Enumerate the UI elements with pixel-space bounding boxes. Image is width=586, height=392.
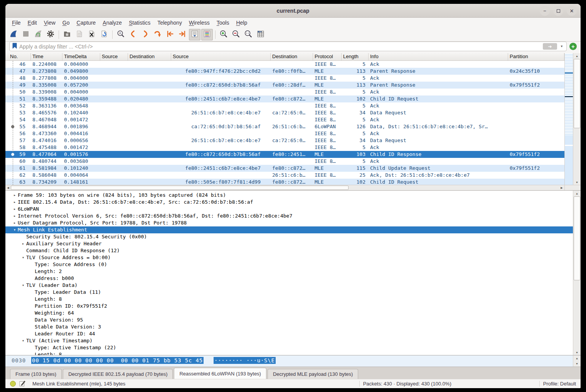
- filter-dropdown-caret[interactable]: ▼: [559, 45, 564, 48]
- detail-line[interactable]: ▾Mesh Link Establishment: [5, 226, 573, 233]
- auto-scroll-button[interactable]: [189, 29, 200, 40]
- packet-row-49[interactable]: 498.3350080.057200fe80::c872:650d:b7b8:5…: [5, 82, 564, 89]
- detail-line[interactable]: ▸6LoWPAN: [5, 206, 573, 213]
- packet-row-58[interactable]: 588.4754880.001472IEEE 8…5Ack: [5, 144, 564, 151]
- detail-line[interactable]: Partition ID: 0x79f551f2: [5, 303, 573, 310]
- scroll-down-icon[interactable]: ▼: [573, 179, 581, 185]
- column-header-source-5[interactable]: Source: [171, 53, 271, 60]
- menu-statistics[interactable]: Statistics: [125, 19, 154, 27]
- column-header-time-1[interactable]: Time: [31, 53, 62, 60]
- minimize-button[interactable]: −: [540, 6, 550, 16]
- restart-capture-button[interactable]: [32, 29, 44, 40]
- bookmark-icon[interactable]: [12, 43, 17, 50]
- detail-line[interactable]: Weighting: 64: [5, 310, 573, 317]
- scrollbar-thumb[interactable]: [574, 196, 580, 280]
- packet-row-53[interactable]: 538.4655760.10244026:51:c6:b7:e8:ce:4b:e…: [5, 109, 564, 116]
- packet-list-hscrollbar[interactable]: ◀ ▶: [5, 185, 564, 190]
- detail-line[interactable]: Type: Source Address (0): [5, 261, 573, 268]
- close-button[interactable]: ✕: [567, 6, 577, 16]
- hex-dump-line[interactable]: 003000 15 0d 00 00 00 00 00 00 00 01 75 …: [5, 355, 573, 367]
- detail-line[interactable]: Leader Router ID: 44: [5, 330, 573, 337]
- packet-row-62[interactable]: 628.5860480.00406426:51:c6:b…IEEE 8…25Ac…: [5, 172, 564, 179]
- expander-collapsed-icon[interactable]: ▸: [12, 213, 18, 219]
- detail-line[interactable]: ▸IEEE 802.15.4 Data, Dst: 26:51:c6:b7:e8…: [5, 199, 573, 206]
- detail-line[interactable]: ▸Auxiliary Security Header: [5, 240, 573, 247]
- detail-line[interactable]: Length: 8: [5, 296, 573, 303]
- go-back-button[interactable]: [127, 29, 139, 40]
- detail-line[interactable]: ▸User Datagram Protocol, Src Port: 19788…: [5, 219, 573, 226]
- zoom-out-button[interactable]: [230, 29, 242, 40]
- packet-row-57[interactable]: 578.4740160.00065626:51:c6:b7:e8:ce:4b:e…: [5, 137, 564, 144]
- column-header-length-8[interactable]: Length: [342, 53, 369, 60]
- detail-line[interactable]: Security Suite: 802.15.4 Security (0x00): [5, 233, 573, 240]
- detail-line[interactable]: Length: 2: [5, 268, 573, 275]
- packet-row-51[interactable]: 518.3594880.020480fe80::2451:c6b7:e8ce:4…: [5, 95, 564, 102]
- menu-telephony[interactable]: Telephony: [154, 19, 185, 27]
- column-header-info-9[interactable]: Info: [369, 53, 508, 60]
- maximize-button[interactable]: [553, 6, 563, 16]
- packet-row-46[interactable]: 468.2240080.004000IEEE 8…5Ack: [5, 61, 564, 68]
- scroll-left-icon[interactable]: ◀: [5, 185, 11, 190]
- menu-capture[interactable]: Capture: [73, 19, 99, 27]
- packet-row-52[interactable]: 528.3631360.003648IEEE 8…5Ack: [5, 102, 564, 109]
- packet-row-60[interactable]: 608.4807440.003680IEEE 8…5Ack: [5, 158, 564, 165]
- find-packet-button[interactable]: A: [115, 29, 126, 40]
- menu-view[interactable]: View: [40, 19, 59, 27]
- packet-list-scrollbar[interactable]: ▲ ▼: [573, 53, 581, 185]
- display-filter-box[interactable]: ➔ ▼: [9, 42, 567, 51]
- tab-frame-103-bytes[interactable]: Frame (103 bytes): [10, 369, 62, 379]
- menu-help[interactable]: Help: [232, 19, 251, 27]
- column-header-destination-4[interactable]: Destination: [128, 53, 171, 60]
- tab-decrypted-ieee-802-15-4-payload-70-bytes[interactable]: Decrypted IEEE 802.15.4 payload (70 byte…: [63, 369, 173, 379]
- detail-line[interactable]: ▾TLV (Leader Data): [5, 282, 573, 289]
- status-profile[interactable]: Profile: Default: [543, 381, 576, 387]
- column-header-timedelta-2[interactable]: TimeDelta: [62, 53, 100, 60]
- column-header-destination-6[interactable]: Destination: [271, 53, 313, 60]
- expander-expanded-icon[interactable]: ▾: [12, 226, 18, 233]
- details-scrollbar[interactable]: ▲ ▼: [573, 191, 581, 355]
- expander-expanded-icon[interactable]: ▾: [20, 254, 26, 261]
- expander-expanded-icon[interactable]: ▾: [20, 282, 26, 289]
- detail-line[interactable]: Length: 8: [5, 351, 573, 355]
- packet-row-47[interactable]: 478.2738080.049800fe80::947f:f476:22bc:c…: [5, 68, 564, 75]
- packet-row-59[interactable]: 598.4770640.001576fe80::c872:650d:b7b8:5…: [5, 151, 564, 158]
- go-forward-button[interactable]: [140, 29, 151, 40]
- expander-collapsed-icon[interactable]: ▸: [12, 219, 18, 226]
- menu-wireless[interactable]: Wireless: [185, 19, 213, 27]
- expander-collapsed-icon[interactable]: ▸: [12, 192, 18, 199]
- expander-collapsed-icon[interactable]: ▸: [12, 199, 18, 206]
- column-header-partition-10[interactable]: Partition: [508, 53, 564, 60]
- detail-line[interactable]: ▾TLV (Source Address = b0:00): [5, 254, 573, 261]
- column-header-source-3[interactable]: Source: [100, 53, 128, 60]
- detail-line[interactable]: Type: Leader Data (11): [5, 289, 573, 296]
- menu-tools[interactable]: Tools: [213, 19, 233, 27]
- zoom-original-button[interactable]: 1:1: [242, 29, 254, 40]
- detail-line[interactable]: Type: Active Timestamp (22): [5, 344, 573, 351]
- scroll-up-icon[interactable]: ▲: [573, 191, 581, 196]
- add-filter-button[interactable]: +: [569, 43, 577, 50]
- detail-line[interactable]: ▾TLV (Active Timestamp): [5, 337, 573, 344]
- scrollbar-thumb[interactable]: [574, 59, 580, 128]
- display-filter-input[interactable]: [19, 44, 541, 50]
- capture-options-button[interactable]: [45, 29, 56, 40]
- detail-line[interactable]: Address: b000: [5, 275, 573, 282]
- reload-file-button[interactable]: [98, 29, 110, 40]
- close-file-button[interactable]: [86, 29, 98, 40]
- packet-row-56[interactable]: 568.4733600.004416IEEE 8…5Ack: [5, 130, 564, 137]
- go-to-packet-button[interactable]: [152, 29, 163, 40]
- scroll-down-icon[interactable]: ▼: [573, 361, 581, 366]
- tab-decrypted-mle-payload-130-bytes[interactable]: Decrypted MLE payload (130 bytes): [268, 369, 358, 379]
- expander-expanded-icon[interactable]: ▾: [20, 337, 26, 344]
- resize-columns-button[interactable]: [255, 29, 266, 40]
- scroll-down-icon[interactable]: ▼: [573, 350, 581, 355]
- go-first-packet-button[interactable]: [164, 29, 176, 40]
- hex-ascii[interactable]: ········ ···u·S\E: [214, 357, 276, 364]
- intelligent-scrollbar-minimap[interactable]: [564, 53, 573, 185]
- menu-file[interactable]: File: [8, 19, 24, 27]
- column-header-protocol-7[interactable]: Protocol: [313, 53, 342, 60]
- column-header-no-0[interactable]: No.: [5, 53, 31, 60]
- menu-go[interactable]: Go: [59, 19, 73, 27]
- capture-comment-icon[interactable]: [19, 380, 26, 388]
- save-file-button[interactable]: 010101100011: [74, 29, 85, 40]
- apply-filter-button[interactable]: ➔: [543, 43, 557, 50]
